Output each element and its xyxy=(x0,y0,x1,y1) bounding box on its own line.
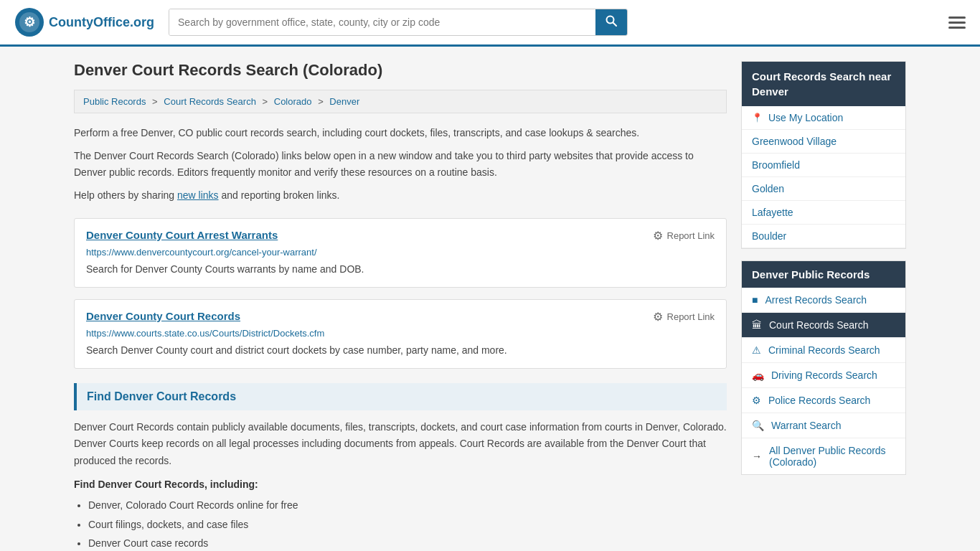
arrow-icon: → xyxy=(752,451,762,462)
find-list-item-2: Denver Court case records xyxy=(88,534,727,551)
share-text: Help others by sharing new links and rep… xyxy=(74,187,727,203)
rec-icon-4: ⚙ xyxy=(752,395,761,406)
rec-label-4[interactable]: Police Records Search xyxy=(768,395,870,406)
sidebar: Court Records Search near Denver 📍 Use M… xyxy=(741,61,906,551)
report-label-0: Report Link xyxy=(667,230,715,241)
share-after: and reporting broken links. xyxy=(219,189,340,201)
use-my-location[interactable]: 📍 Use My Location xyxy=(742,106,905,130)
svg-line-4 xyxy=(613,23,617,27)
nearby-location-1[interactable]: Broomfield xyxy=(742,154,905,177)
report-link-0[interactable]: ⚙ Report Link xyxy=(653,229,715,242)
location-pin-icon: 📍 xyxy=(752,113,763,123)
share-link[interactable]: new links xyxy=(177,189,219,201)
menu-bar-3 xyxy=(948,27,966,29)
header: ⚙ CountyOffice.org xyxy=(0,0,980,47)
main-container: Denver Court Records Search (Colorado) P… xyxy=(60,47,920,551)
report-icon-0: ⚙ xyxy=(653,229,663,242)
breadcrumb: Public Records > Court Records Search > … xyxy=(74,90,727,113)
rec-label-0[interactable]: Arrest Records Search xyxy=(765,294,867,306)
all-records-label[interactable]: All Denver Public Records (Colorado) xyxy=(769,445,895,468)
find-list-item-0: Denver, Colorado Court Records online fo… xyxy=(88,496,727,515)
link-card-header-0: Denver County Court Arrest Warrants ⚙ Re… xyxy=(86,229,715,242)
find-list-item-1: Court filings, dockets, and case files xyxy=(88,515,727,534)
public-record-item-2[interactable]: ⚠ Criminal Records Search xyxy=(742,338,905,363)
rec-icon-0: ■ xyxy=(752,294,758,306)
menu-bar-1 xyxy=(948,17,966,19)
menu-bar-2 xyxy=(948,22,966,24)
public-records-list: ■ Arrest Records Search 🏛 Court Records … xyxy=(742,288,905,438)
nearby-location-3[interactable]: Lafayette xyxy=(742,201,905,225)
all-records-link[interactable]: → All Denver Public Records (Colorado) xyxy=(742,438,905,474)
search-area xyxy=(169,9,628,36)
rec-label-3[interactable]: Driving Records Search xyxy=(771,369,877,381)
nearby-list: Greenwood VillageBroomfieldGoldenLafayet… xyxy=(742,130,905,248)
rec-label-5[interactable]: Warrant Search xyxy=(771,420,842,431)
report-link-1[interactable]: ⚙ Report Link xyxy=(653,310,715,324)
breadcrumb-sep-2: > xyxy=(263,96,270,107)
nearby-section: Court Records Search near Denver 📍 Use M… xyxy=(741,61,906,249)
link-card-header-1: Denver County Court Records ⚙ Report Lin… xyxy=(86,310,715,324)
use-my-location-label: Use My Location xyxy=(768,112,843,123)
public-record-item-1[interactable]: 🏛 Court Records Search xyxy=(742,313,905,338)
search-icon xyxy=(606,15,617,27)
breadcrumb-court-records-search[interactable]: Court Records Search xyxy=(164,96,256,107)
find-section-sub-heading: Find Denver Court Records, including: xyxy=(74,479,727,490)
breadcrumb-public-records[interactable]: Public Records xyxy=(83,96,146,107)
svg-text:⚙: ⚙ xyxy=(24,15,35,29)
intro-text2: The Denver Court Records Search (Colorad… xyxy=(74,148,727,180)
link-cards-container: Denver County Court Arrest Warrants ⚙ Re… xyxy=(74,218,727,369)
breadcrumb-sep-3: > xyxy=(318,96,326,107)
report-label-1: Report Link xyxy=(667,311,715,322)
intro-text: Perform a free Denver, CO public court r… xyxy=(74,125,727,141)
breadcrumb-denver[interactable]: Denver xyxy=(329,96,359,107)
rec-icon-3: 🚗 xyxy=(752,369,764,381)
nearby-location-0[interactable]: Greenwood Village xyxy=(742,130,905,154)
rec-label-2[interactable]: Criminal Records Search xyxy=(768,344,880,356)
public-records-title: Denver Public Records xyxy=(742,261,905,288)
link-card-title-0[interactable]: Denver County Court Arrest Warrants xyxy=(86,229,278,241)
nearby-location-2[interactable]: Golden xyxy=(742,177,905,201)
rec-icon-2: ⚠ xyxy=(752,344,761,356)
logo[interactable]: ⚙ CountyOffice.org xyxy=(14,7,154,37)
report-icon-1: ⚙ xyxy=(653,310,663,324)
public-record-item-5[interactable]: 🔍 Warrant Search xyxy=(742,413,905,438)
search-button[interactable] xyxy=(595,9,627,35)
public-records-section: Denver Public Records ■ Arrest Records S… xyxy=(741,260,906,475)
share-before: Help others by sharing xyxy=(74,189,177,201)
search-input[interactable] xyxy=(169,9,595,35)
link-card-url-0[interactable]: https://www.denvercountycourt.org/cancel… xyxy=(86,247,715,258)
find-list: Denver, Colorado Court Records online fo… xyxy=(74,496,727,551)
content: Denver Court Records Search (Colorado) P… xyxy=(74,61,727,551)
page-title: Denver Court Records Search (Colorado) xyxy=(74,61,727,80)
nearby-location-4[interactable]: Boulder xyxy=(742,225,905,248)
link-card-0: Denver County Court Arrest Warrants ⚙ Re… xyxy=(74,218,727,288)
rec-icon-1: 🏛 xyxy=(752,319,762,331)
link-card-desc-1: Search Denver County court and district … xyxy=(86,343,715,358)
rec-icon-5: 🔍 xyxy=(752,420,764,431)
rec-label-1[interactable]: Court Records Search xyxy=(769,319,869,331)
link-card-url-1[interactable]: https://www.courts.state.co.us/Courts/Di… xyxy=(86,328,715,339)
menu-button[interactable] xyxy=(948,17,966,29)
link-card-title-1[interactable]: Denver County Court Records xyxy=(86,310,240,322)
link-card-1: Denver County Court Records ⚙ Report Lin… xyxy=(74,299,727,369)
find-section-heading: Find Denver Court Records xyxy=(74,383,727,410)
logo-text: CountyOffice.org xyxy=(49,15,154,30)
nearby-title: Court Records Search near Denver xyxy=(742,62,905,106)
breadcrumb-colorado[interactable]: Colorado xyxy=(274,96,312,107)
link-card-desc-0: Search for Denver County Courts warrants… xyxy=(86,262,715,277)
breadcrumb-sep-1: > xyxy=(152,96,160,107)
public-record-item-4[interactable]: ⚙ Police Records Search xyxy=(742,388,905,413)
public-record-item-0[interactable]: ■ Arrest Records Search xyxy=(742,288,905,313)
public-record-item-3[interactable]: 🚗 Driving Records Search xyxy=(742,363,905,388)
logo-icon: ⚙ xyxy=(14,7,44,37)
find-section-body: Denver Court Records contain publicly av… xyxy=(74,419,727,470)
